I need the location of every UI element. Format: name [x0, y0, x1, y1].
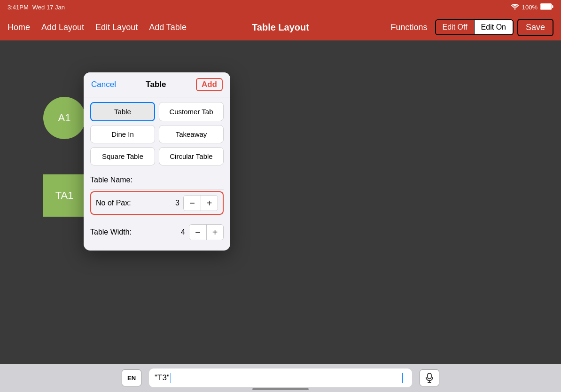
table-name-input[interactable]	[151, 176, 230, 184]
svg-rect-4	[428, 373, 431, 379]
wifi-icon	[511, 3, 519, 11]
page-title: Table Layout	[252, 22, 309, 33]
type-btn-square-table[interactable]: Square Table	[90, 147, 155, 165]
save-button[interactable]: Save	[517, 19, 553, 36]
type-btn-customer-tab[interactable]: Customer Tab	[159, 102, 224, 121]
keyboard-text-value: "T3"	[155, 373, 170, 383]
keyboard-lang[interactable]: EN	[122, 369, 141, 386]
nav-home[interactable]: Home	[8, 23, 30, 32]
battery-percentage: 100%	[522, 4, 538, 11]
type-btn-circular-table[interactable]: Circular Table	[159, 147, 224, 165]
keyboard-mic-button[interactable]	[420, 369, 439, 386]
keyboard-cursor-right	[402, 373, 403, 383]
table-a1-label: A1	[58, 112, 71, 124]
edit-on-button[interactable]: Edit On	[475, 20, 513, 34]
modal-body: Table Customer Tab Dine In Takeaway Squa…	[84, 97, 230, 251]
nav-add-table[interactable]: Add Table	[149, 23, 187, 32]
type-btn-table[interactable]: Table	[90, 102, 155, 121]
modal-cancel-button[interactable]: Cancel	[91, 80, 116, 89]
status-bar: 3:41PM Wed 17 Jan 100%	[0, 0, 561, 14]
no-of-pax-value: 3	[165, 199, 179, 207]
table-width-row: Table Width: 4 − +	[90, 220, 224, 244]
keyboard-cursor	[171, 373, 171, 383]
time: 3:41PM	[8, 4, 29, 11]
modal-header: Cancel Table Add	[84, 72, 230, 97]
nav-add-layout[interactable]: Add Layout	[41, 23, 84, 32]
battery-icon	[540, 3, 553, 11]
table-width-stepper: − +	[189, 224, 224, 240]
keyboard-text-input[interactable]: "T3"	[149, 368, 412, 387]
type-btn-dine-in[interactable]: Dine In	[90, 125, 155, 143]
table-ta1[interactable]: TA1	[43, 174, 86, 217]
table-width-label: Table Width:	[90, 228, 171, 236]
home-indicator	[252, 388, 309, 390]
table-width-increment[interactable]: +	[206, 225, 223, 240]
svg-rect-2	[541, 4, 551, 9]
table-width-decrement[interactable]: −	[189, 225, 206, 240]
svg-rect-3	[552, 5, 553, 8]
date: Wed 17 Jan	[32, 4, 65, 11]
main-content: A1 TA1 Cancel Table Add Table Customer T…	[0, 40, 561, 364]
modal-title: Table	[146, 80, 166, 89]
table-a1[interactable]: A1	[43, 97, 86, 139]
edit-off-button[interactable]: Edit Off	[436, 20, 474, 34]
no-of-pax-row: No of Pax: 3 − +	[90, 191, 224, 215]
no-of-pax-label: No of Pax:	[96, 199, 165, 207]
table-ta1-label: TA1	[55, 189, 74, 202]
type-btn-takeaway[interactable]: Takeaway	[159, 125, 224, 143]
keyboard-bar: EN "T3"	[0, 364, 561, 392]
type-grid: Table Customer Tab Dine In Takeaway Squa…	[90, 102, 224, 165]
svg-point-0	[514, 8, 515, 9]
no-of-pax-increment[interactable]: +	[201, 196, 218, 211]
edit-toggle-group: Edit Off Edit On	[435, 19, 514, 35]
no-of-pax-stepper: − +	[183, 195, 218, 211]
nav-edit-layout[interactable]: Edit Layout	[95, 23, 138, 32]
modal-add-button[interactable]: Add	[196, 78, 223, 91]
table-name-label: Table Name:	[90, 176, 151, 184]
nav-functions[interactable]: Functions	[391, 23, 428, 32]
table-name-row: Table Name:	[90, 171, 224, 189]
no-of-pax-decrement[interactable]: −	[184, 196, 201, 211]
nav-bar: Home Add Layout Edit Layout Add Table Ta…	[0, 14, 561, 40]
table-width-value: 4	[171, 228, 185, 236]
add-table-modal: Cancel Table Add Table Customer Tab Dine…	[84, 72, 230, 251]
